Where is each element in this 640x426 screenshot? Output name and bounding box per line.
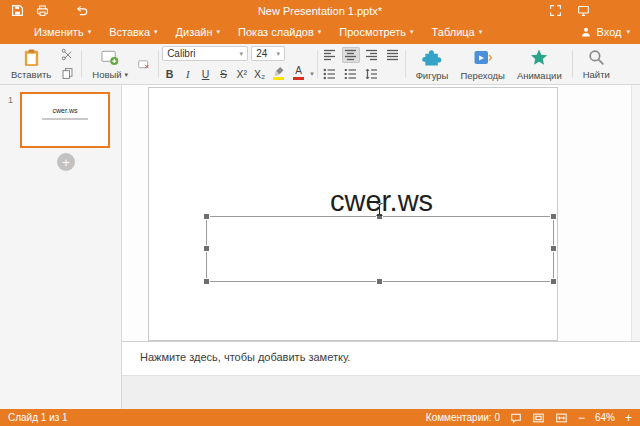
titlebar-left-actions	[10, 4, 140, 18]
shapes-label: Фигуры	[416, 70, 449, 81]
resize-handle-bottom-right[interactable]	[551, 279, 556, 284]
align-left-button[interactable]	[321, 47, 339, 63]
content-area: 1 cwer.ws + cwer.ws	[0, 85, 640, 409]
chevron-down-icon: ▾	[410, 28, 414, 35]
statusbar-right: Комментарии: 0 − 64% +	[426, 412, 632, 424]
toolbar-separator	[405, 50, 406, 78]
menu-review[interactable]: Просмотреть▾	[339, 26, 413, 38]
delete-slide-button[interactable]	[135, 57, 153, 71]
cut-copy-column	[58, 48, 76, 81]
menu-items: Изменить▾ Вставка▾ Дизайн▾ Показ слайдов…	[34, 26, 580, 38]
toolbar-separator	[572, 50, 573, 78]
resize-handle-top-right[interactable]	[551, 214, 556, 219]
resize-handle-middle-right[interactable]	[551, 246, 556, 251]
menu-insert-label: Вставка	[109, 26, 150, 38]
chevron-down-icon: ▾	[479, 28, 483, 35]
italic-button[interactable]: I	[180, 65, 195, 81]
fit-slide-button[interactable]	[532, 412, 545, 424]
toolbar-separator	[317, 50, 318, 78]
add-slide-button[interactable]: +	[57, 153, 75, 171]
transitions-button[interactable]: Переходы	[455, 47, 510, 82]
zoom-out-button[interactable]: −	[578, 412, 585, 424]
toolbar: Вставить Новый▾	[0, 44, 640, 85]
strikethrough-button[interactable]: S	[216, 65, 231, 81]
resize-handle-bottom-middle[interactable]	[377, 279, 382, 284]
bullets-button[interactable]	[321, 66, 339, 82]
line-spacing-button[interactable]	[363, 66, 381, 82]
animations-button[interactable]: Анимации	[512, 47, 567, 82]
numbering-button[interactable]	[342, 66, 360, 82]
vertical-scrollbar[interactable]	[631, 85, 640, 341]
clipboard-group: Вставить	[4, 46, 78, 82]
slide-thumbnail[interactable]: cwer.ws	[20, 92, 110, 148]
chevron-down-icon: ▾	[154, 28, 158, 35]
font-color-letter: A	[295, 66, 302, 76]
font-name-select[interactable]: Calibri ▾	[162, 46, 248, 61]
resize-handle-bottom-left[interactable]	[204, 279, 209, 284]
align-right-button[interactable]	[363, 47, 381, 63]
resize-handle-top-left[interactable]	[204, 214, 209, 219]
chevron-down-icon[interactable]: ▾	[310, 70, 314, 77]
zoom-in-button[interactable]: +	[625, 412, 632, 424]
new-slide-label: Новый	[92, 69, 121, 80]
notes-placeholder[interactable]: Нажмите здесь, чтобы добавить заметку.	[122, 342, 640, 375]
font-color-button[interactable]: A	[290, 64, 307, 82]
save-icon[interactable]	[10, 4, 24, 18]
slide-canvas[interactable]: cwer.ws	[122, 85, 640, 341]
menu-slideshow-label: Показ слайдов	[238, 26, 314, 38]
puzzle-icon	[422, 48, 442, 68]
fullscreen-icon[interactable]	[548, 4, 562, 18]
paragraph-group	[321, 46, 402, 82]
chevron-down-icon: ▾	[277, 50, 281, 57]
chevron-down-icon: ▾	[626, 28, 630, 35]
new-slide-button[interactable]: Новый▾	[87, 47, 133, 81]
highlight-color-button[interactable]	[270, 64, 287, 82]
subtitle-textbox-selection[interactable]	[206, 216, 554, 282]
present-screen-icon[interactable]	[576, 4, 590, 18]
clipboard-icon	[22, 48, 41, 67]
font-size-value: 24	[256, 48, 267, 59]
menu-insert[interactable]: Вставка▾	[109, 26, 157, 38]
menu-edit[interactable]: Изменить▾	[34, 26, 91, 38]
menu-design[interactable]: Дизайн▾	[176, 26, 221, 38]
align-justify-button[interactable]	[384, 47, 402, 63]
delete-slide-icon	[137, 58, 151, 71]
superscript-button[interactable]: X²	[234, 65, 249, 81]
fit-width-button[interactable]	[555, 412, 568, 424]
presentation-editor-window: New Presentation 1.pptx* Изменить▾ Встав…	[0, 0, 640, 426]
font-size-select[interactable]: 24 ▾	[251, 46, 285, 61]
statusbar: Слайд 1 из 1 Комментарии: 0 − 64% +	[0, 409, 640, 426]
person-icon	[580, 26, 592, 38]
toolbar-separator	[158, 50, 159, 78]
chevron-down-icon: ▾	[217, 28, 221, 35]
copy-button[interactable]	[58, 67, 76, 81]
insert-group: Фигуры Переходы Анимации	[409, 46, 569, 82]
line-spacing-icon	[365, 68, 378, 80]
highlight-color-bar	[273, 77, 284, 80]
comments-button[interactable]	[510, 412, 522, 424]
titlebar: New Presentation 1.pptx*	[0, 0, 640, 21]
slide-counter: Слайд 1 из 1	[8, 412, 426, 423]
chevron-down-icon: ▾	[88, 28, 92, 35]
find-button[interactable]: Найти	[578, 47, 615, 81]
login-button[interactable]: Вход ▾	[580, 26, 630, 38]
undo-icon[interactable]	[74, 4, 88, 18]
menu-slideshow[interactable]: Показ слайдов▾	[238, 26, 321, 38]
paste-button[interactable]: Вставить	[6, 47, 56, 81]
slide-number: 1	[8, 95, 13, 105]
cut-button[interactable]	[58, 48, 76, 62]
underline-button[interactable]: U	[198, 65, 213, 81]
titlebar-right-actions	[500, 4, 630, 18]
menu-table[interactable]: Таблица▾	[432, 26, 483, 38]
shapes-button[interactable]: Фигуры	[411, 47, 454, 82]
slide[interactable]: cwer.ws	[148, 87, 558, 341]
print-icon[interactable]	[35, 4, 49, 18]
slides-panel: 1 cwer.ws +	[0, 85, 122, 409]
bold-button[interactable]: B	[162, 65, 177, 81]
resize-handle-middle-left[interactable]	[204, 246, 209, 251]
align-center-button[interactable]	[342, 47, 360, 63]
align-center-icon	[344, 49, 357, 61]
menu-table-label: Таблица	[432, 26, 475, 38]
plus-icon: +	[62, 156, 70, 169]
subscript-button[interactable]: X₂	[252, 65, 267, 81]
